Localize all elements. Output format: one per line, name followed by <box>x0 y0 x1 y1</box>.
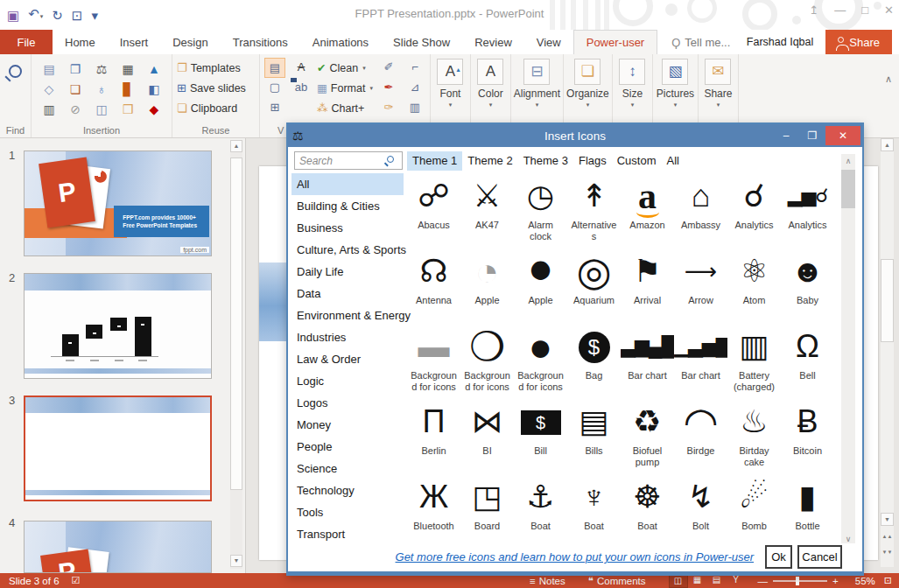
clear-format-icon[interactable]: A <box>291 58 312 78</box>
category-building-cities[interactable]: Building & Cities <box>291 195 404 217</box>
panel-scroll-down-icon[interactable]: ▼ <box>230 555 242 567</box>
icon-item-battery[interactable]: ▥Battery (charged) <box>727 325 781 400</box>
dialog-close-icon[interactable]: ✕ <box>825 126 860 145</box>
tab-theme-3[interactable]: Theme 3 <box>518 151 573 171</box>
ribbon-options-icon[interactable]: ↥ <box>809 4 818 17</box>
icon-item-apple-logo[interactable]: ◔Apple <box>460 249 514 325</box>
icon-item-bomb[interactable]: ☄Bomb <box>727 475 781 545</box>
icon-item-ambassy[interactable]: ⌂Ambassy <box>674 174 727 249</box>
insertion-icon-14[interactable]: ◆ <box>141 100 167 120</box>
icon-item-bill[interactable]: $Bill <box>514 400 567 475</box>
slide-thumbnail-4[interactable]: P <box>24 521 212 573</box>
icon-item-board[interactable]: ◳Board <box>460 475 514 545</box>
dialog-scroll-up-icon[interactable]: ∧ <box>841 154 855 168</box>
tab-all[interactable]: All <box>662 151 685 171</box>
zoom-level[interactable]: 55% <box>846 576 875 586</box>
category-transport[interactable]: Transport <box>291 523 404 545</box>
category-science[interactable]: Science <box>291 458 404 480</box>
clean-button[interactable]: ✔ Clean ▾ <box>317 58 373 78</box>
panel-scroll-up-icon[interactable]: ▲ <box>230 140 242 152</box>
icon-item-alarm-clock[interactable]: ◷Alarm clock <box>514 174 567 249</box>
dialog-scroll-thumb[interactable] <box>841 170 855 208</box>
category-tools[interactable]: Tools <box>291 501 404 523</box>
maximize-icon[interactable]: □ <box>861 4 868 17</box>
icon-item-apple-fruit[interactable]: ⚫Apple <box>514 249 567 325</box>
icon-item-boat-3[interactable]: ☸Boat <box>621 475 674 545</box>
icon-item-boat-2[interactable]: ♆Boat <box>567 475 621 545</box>
icon-item-bar-chart-2[interactable]: ▁▃▅▇Bar chart <box>674 325 727 400</box>
icon-item-bi[interactable]: ⋈BI <box>460 400 514 475</box>
tab-design[interactable]: Design <box>160 30 220 54</box>
tab-home[interactable]: Home <box>53 30 108 54</box>
tab-custom[interactable]: Custom <box>612 151 662 171</box>
category-culture-arts-sports[interactable]: Culture, Arts & Sports <box>291 239 404 261</box>
scroll-thumb[interactable] <box>881 259 894 342</box>
insert-icons-button[interactable]: ▤ <box>264 58 285 78</box>
icon-item-bar-chart-1[interactable]: ▃▆▄█Bar chart <box>621 325 674 400</box>
templates-button[interactable]: ❐ Templates <box>177 58 255 78</box>
icon-item-background-bubble[interactable]: ❍Background for icons <box>460 325 514 400</box>
tab-power-user[interactable]: Power-user <box>573 30 657 54</box>
previous-slide-icon[interactable]: ▲▲ <box>881 534 894 539</box>
icon-item-bluetooth[interactable]: ЖBluetooth <box>407 475 460 545</box>
icon-item-antenna[interactable]: ☊Antenna <box>407 249 460 325</box>
insertion-icon-4[interactable]: ▲ <box>141 60 167 80</box>
slide-thumbnail-2[interactable] <box>24 273 212 379</box>
icon-item-analytics-1[interactable]: ☌Analytics <box>727 174 781 249</box>
comments-toggle[interactable]: ❝ Comments <box>588 575 646 587</box>
eyedropper-red-icon[interactable]: ✒ <box>378 78 399 98</box>
save-icon[interactable]: ▣ <box>7 5 19 26</box>
clipboard-button[interactable]: ❏ Clipboard <box>177 98 255 118</box>
customize-qat-icon[interactable]: ▾ <box>91 5 98 26</box>
redo-icon[interactable]: ↻ <box>52 5 63 26</box>
minimize-icon[interactable]: — <box>834 4 846 17</box>
icon-item-bills[interactable]: ▤Bills <box>567 400 621 475</box>
insertion-icon-2[interactable]: ⚖ <box>88 60 115 80</box>
insertion-icon-7[interactable]: ♁ <box>88 80 115 100</box>
icon-item-bolt[interactable]: ↯Bolt <box>674 475 727 545</box>
insertion-icon-5[interactable]: ◇ <box>36 80 62 100</box>
category-money[interactable]: Money <box>291 414 404 436</box>
icon-item-arrival[interactable]: ⚑Arrival <box>621 249 674 325</box>
find-search-icon[interactable] <box>9 65 22 78</box>
chart-plus-button[interactable]: ⁂ Chart+ <box>317 98 373 118</box>
fit-to-window-icon[interactable]: ⊡ <box>884 575 892 586</box>
tab-flags[interactable]: Flags <box>573 151 612 171</box>
account-name[interactable]: Farshad Iqbal <box>747 30 813 54</box>
insertion-icon-13[interactable]: ❒ <box>115 100 141 120</box>
tab-review[interactable]: Review <box>462 30 524 54</box>
zoom-slider[interactable] <box>773 580 827 582</box>
zoom-out-icon[interactable]: — <box>758 576 769 586</box>
table-tool-icon[interactable]: ▥ <box>404 98 425 118</box>
zoom-slider-thumb[interactable] <box>796 577 799 585</box>
tab-file[interactable]: File <box>0 30 53 54</box>
angle-icon[interactable]: ⊿ <box>404 78 425 98</box>
icon-item-berlin[interactable]: ΠBerlin <box>407 400 460 475</box>
zoom-in-icon[interactable]: + <box>832 576 839 586</box>
category-industries[interactable]: Industries <box>291 326 404 348</box>
tool-icon-placeholder[interactable]: ▢ <box>264 78 285 98</box>
scroll-up-icon[interactable]: ▲ <box>881 138 894 151</box>
undo-icon[interactable]: ↶▾ <box>28 4 43 27</box>
tab-view[interactable]: View <box>524 30 573 54</box>
icon-item-atom[interactable]: ⚛Atom <box>727 249 781 325</box>
dialog-maximize-icon[interactable]: ❐ <box>799 124 825 147</box>
tab-animations[interactable]: Animations <box>300 30 381 54</box>
next-slide-icon[interactable]: ▼▼ <box>881 550 894 555</box>
spell-check-icon[interactable]: ☑ <box>72 575 81 586</box>
undo-caret-icon[interactable]: ▾ <box>40 13 44 19</box>
insertion-icon-3[interactable]: ▦ <box>115 60 141 80</box>
category-law-order[interactable]: Law & Order <box>291 348 404 370</box>
icon-item-analytics-2[interactable]: ▂▅☌Analytics <box>781 174 834 249</box>
icon-item-birtday-cake[interactable]: ♨Birtday cake <box>727 400 781 475</box>
scroll-down-icon[interactable]: ▼ <box>881 513 894 526</box>
main-scrollbar[interactable]: ▲ ▼ ▲▲ ▼▼ <box>881 138 894 567</box>
collapse-ribbon-icon[interactable]: ∧ <box>885 74 892 85</box>
insertion-icon-6[interactable]: ❏ <box>62 80 88 100</box>
insertion-icon-1[interactable]: ❐ <box>62 60 88 80</box>
category-data[interactable]: Data <box>291 283 404 304</box>
start-slideshow-icon[interactable]: ⊡ <box>72 5 83 26</box>
close-icon[interactable]: ✕ <box>884 4 894 17</box>
category-business[interactable]: Business <box>291 217 404 239</box>
icon-item-arrow[interactable]: ⟶Arrow <box>674 249 727 325</box>
